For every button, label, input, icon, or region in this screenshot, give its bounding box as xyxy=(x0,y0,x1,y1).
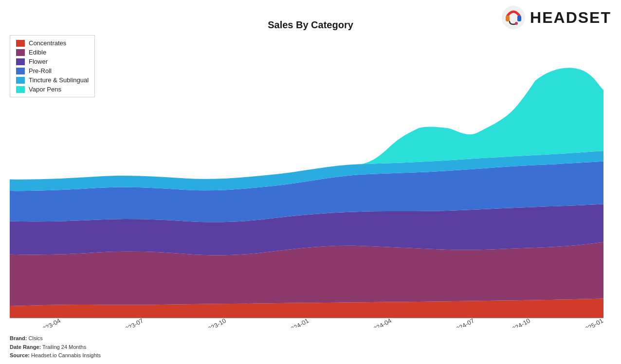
legend-item-vaporpens: Vapor Pens xyxy=(16,86,89,93)
legend-item-edible: Edible xyxy=(16,49,89,56)
chart-legend: Concentrates Edible Flower Pre-Roll Tinc… xyxy=(10,35,95,97)
x-label-2: 2023-10 xyxy=(203,317,227,328)
x-label-5: 2024-07 xyxy=(452,317,475,328)
chart-title: Sales By Category xyxy=(0,19,621,31)
source-label: Source: xyxy=(10,352,30,358)
legend-item-tincture: Tincture & Sublingual xyxy=(16,76,89,84)
date-range-label: Date Range: xyxy=(10,344,41,350)
legend-label-tincture: Tincture & Sublingual xyxy=(29,76,89,84)
x-label-4: 2024-04 xyxy=(369,317,393,328)
legend-swatch-edible xyxy=(16,49,25,56)
legend-label-edible: Edible xyxy=(29,49,46,56)
brand-label: Brand: xyxy=(10,335,27,341)
legend-label-flower: Flower xyxy=(29,58,48,65)
legend-label-concentrates: Concentrates xyxy=(29,39,66,47)
footer-source: Source: Headset.io Cannabis Insights xyxy=(10,351,101,360)
legend-label-preroll: Pre-Roll xyxy=(29,67,52,74)
x-label-7: 2025-01 xyxy=(581,317,604,328)
legend-item-preroll: Pre-Roll xyxy=(16,67,89,74)
legend-item-flower: Flower xyxy=(16,58,89,65)
footer-info: Brand: Clsics Date Range: Trailing 24 Mo… xyxy=(10,334,101,360)
chart-area: 2023-04 2023-07 2023-10 2024-01 2024-04 … xyxy=(10,33,611,328)
legend-swatch-preroll xyxy=(16,68,25,74)
legend-label-vaporpens: Vapor Pens xyxy=(29,86,61,93)
footer-date-range: Date Range: Trailing 24 Months xyxy=(10,343,101,352)
page-container: HEADSET Sales By Category Concentrates E… xyxy=(0,0,621,364)
brand-value: Clsics xyxy=(29,335,43,341)
source-value: Headset.io Cannabis Insights xyxy=(31,352,101,358)
chart-svg: 2023-04 2023-07 2023-10 2024-01 2024-04 … xyxy=(10,33,611,328)
x-label-1: 2023-07 xyxy=(121,317,145,328)
x-label-0: 2023-04 xyxy=(38,317,62,328)
legend-item-concentrates: Concentrates xyxy=(16,39,89,47)
legend-swatch-vaporpens xyxy=(16,86,25,93)
x-label-6: 2024-10 xyxy=(508,317,531,328)
date-range-value: Trailing 24 Months xyxy=(42,344,86,350)
legend-swatch-concentrates xyxy=(16,40,25,47)
footer-brand: Brand: Clsics xyxy=(10,334,101,343)
legend-swatch-flower xyxy=(16,58,25,65)
legend-swatch-tincture xyxy=(16,77,25,84)
x-label-3: 2024-01 xyxy=(286,317,310,328)
